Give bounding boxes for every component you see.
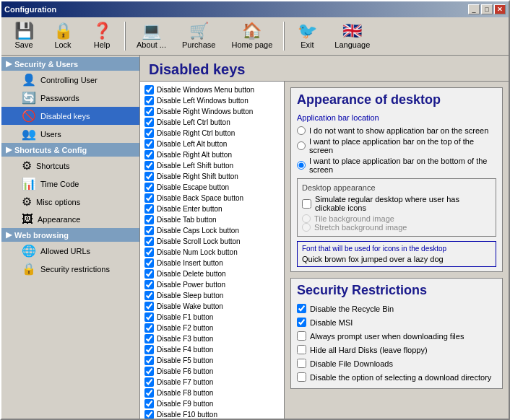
security-checkbox-4[interactable] xyxy=(297,359,306,368)
key-label-23: Disable F3 button xyxy=(157,335,213,343)
key-label-5: Disable Left Alt button xyxy=(157,140,227,148)
tile-radio[interactable] xyxy=(302,214,311,223)
key-checkbox-27[interactable] xyxy=(144,377,154,387)
section-label-shortcuts-config: Shortcuts & Config xyxy=(14,146,87,154)
sidebar-item-users[interactable]: 👥Users xyxy=(1,125,139,143)
toolbar-btn-help[interactable]: ❓Help xyxy=(84,20,120,52)
sidebar-item-disabled-keys[interactable]: 🚫Disabled keys xyxy=(1,107,139,125)
section-arrow-shortcuts-config: ▶ xyxy=(6,145,12,154)
key-checkbox-25[interactable] xyxy=(144,356,154,365)
key-item: Disable F4 button xyxy=(143,344,281,355)
section-header-shortcuts-config[interactable]: ▶Shortcuts & Config xyxy=(1,143,139,157)
security-checkbox-5[interactable] xyxy=(297,372,306,382)
key-checkbox-20[interactable] xyxy=(144,302,154,311)
key-checkbox-0[interactable] xyxy=(144,85,154,95)
close-button[interactable]: ✕ xyxy=(494,4,506,14)
simulate-item: Simulate regular desktop where user has … xyxy=(302,195,491,212)
toolbar-btn-about[interactable]: 💻About ... xyxy=(130,20,173,52)
sidebar-item-controlling-user[interactable]: 👤Controlling User xyxy=(1,71,139,89)
key-checkbox-28[interactable] xyxy=(144,388,154,398)
maximize-button[interactable]: □ xyxy=(481,4,493,14)
sidebar-item-time-code[interactable]: 📊Time Code xyxy=(1,175,139,193)
toolbar-btn-exit[interactable]: 🐦Exit xyxy=(289,20,325,52)
sidebar-item-allowed-urls[interactable]: 🌐Allowed URLs xyxy=(1,242,139,260)
section-header-web-browsing[interactable]: ▶Web browsing xyxy=(1,228,139,242)
key-label-16: Disable Insert button xyxy=(157,259,223,267)
key-label-2: Disable Right Windows button xyxy=(157,108,253,115)
key-checkbox-11[interactable] xyxy=(144,204,154,214)
key-item: Disable F9 button xyxy=(143,398,281,409)
key-checkbox-6[interactable] xyxy=(144,150,154,159)
right-panel: Appearance of desktop Application bar lo… xyxy=(285,82,509,419)
key-checkbox-1[interactable] xyxy=(144,96,154,105)
key-checkbox-30[interactable] xyxy=(144,410,154,419)
key-label-7: Disable Left Shift button xyxy=(157,162,233,170)
radio-bottom-bar[interactable] xyxy=(297,161,306,170)
toolbar-btn-lock[interactable]: 🔒Lock xyxy=(45,20,81,52)
key-checkbox-3[interactable] xyxy=(144,118,154,127)
key-checkbox-19[interactable] xyxy=(144,291,154,300)
security-checkbox-2[interactable] xyxy=(297,331,306,341)
section-header-security-users[interactable]: ▶Security & Users xyxy=(1,57,139,71)
toolbar-btn-save[interactable]: 💾Save xyxy=(6,20,42,52)
toolbar-btn-purchase[interactable]: 🛒Purchase xyxy=(176,20,222,52)
security-label-2: Always prompt user when downloading file… xyxy=(310,332,464,341)
key-checkbox-21[interactable] xyxy=(144,312,154,322)
key-checkbox-26[interactable] xyxy=(144,367,154,376)
simulate-checkbox[interactable] xyxy=(302,199,311,209)
toolbar-btn-language[interactable]: 🇬🇧Language xyxy=(328,20,376,52)
key-checkbox-16[interactable] xyxy=(144,258,154,268)
key-checkbox-23[interactable] xyxy=(144,334,154,344)
security-checkbox-1[interactable] xyxy=(297,318,306,327)
key-checkbox-8[interactable] xyxy=(144,172,154,181)
key-label-12: Disable Tab button xyxy=(157,216,217,224)
sidebar-item-shortcuts[interactable]: ⚙Shortcuts xyxy=(1,157,139,175)
key-item: Disable Right Alt button xyxy=(143,149,281,160)
key-checkbox-13[interactable] xyxy=(144,226,154,235)
purchase-icon: 🛒 xyxy=(189,23,209,39)
key-checkbox-9[interactable] xyxy=(144,183,154,192)
key-checkbox-4[interactable] xyxy=(144,128,154,138)
key-checkbox-22[interactable] xyxy=(144,323,154,333)
sidebar-item-security-restrictions[interactable]: 🔒Security restrictions xyxy=(1,260,139,278)
key-checkbox-29[interactable] xyxy=(144,399,154,408)
desktop-appearance-title: Desktop appearance xyxy=(302,183,491,192)
sidebar-item-appearance[interactable]: 🖼Appearance xyxy=(1,211,139,228)
passwords-icon: 🔄 xyxy=(22,91,36,105)
radio-top-bar[interactable] xyxy=(297,141,306,150)
about-icon: 💻 xyxy=(142,23,161,39)
radio-no-bar[interactable] xyxy=(297,126,306,135)
key-item: Disable Sleep button xyxy=(143,290,281,301)
key-checkbox-17[interactable] xyxy=(144,269,154,279)
homepage-label: Home page xyxy=(231,40,272,49)
security-checkbox-3[interactable] xyxy=(297,345,306,354)
key-item: Disable Left Shift button xyxy=(143,160,281,171)
key-checkbox-10[interactable] xyxy=(144,193,154,203)
key-item: Disable F7 button xyxy=(143,377,281,388)
security-item-0: Disable the Recycle Bin xyxy=(297,304,496,313)
window-title: Configuration xyxy=(4,5,56,14)
key-checkbox-18[interactable] xyxy=(144,280,154,289)
appearance-icon: 🖼 xyxy=(22,213,33,226)
key-checkbox-5[interactable] xyxy=(144,139,154,149)
key-checkbox-2[interactable] xyxy=(144,107,154,116)
key-checkbox-12[interactable] xyxy=(144,215,154,224)
sidebar-item-misc-options[interactable]: ⚙Misc options xyxy=(1,193,139,211)
security-checkbox-0[interactable] xyxy=(297,304,306,313)
minimize-button[interactable]: _ xyxy=(468,4,480,14)
title-bar: Configuration _ □ ✕ xyxy=(1,1,509,17)
key-label-15: Disable Num Lock button xyxy=(157,248,238,256)
key-checkbox-15[interactable] xyxy=(144,248,154,257)
key-label-11: Disable Enter button xyxy=(157,205,222,213)
key-label-28: Disable F8 button xyxy=(157,389,213,397)
controlling-user-label: Controlling User xyxy=(40,76,98,84)
stretch-radio[interactable] xyxy=(302,223,311,232)
key-checkbox-7[interactable] xyxy=(144,161,154,170)
sidebar-item-passwords[interactable]: 🔄Passwords xyxy=(1,89,139,107)
radio-label-top-bar: I want to place application bar on the t… xyxy=(309,137,496,154)
keys-list: Disable Windows Menu buttonDisable Left … xyxy=(140,82,285,419)
key-checkbox-14[interactable] xyxy=(144,237,154,246)
key-checkbox-24[interactable] xyxy=(144,345,154,354)
section-arrow-web-browsing: ▶ xyxy=(6,230,12,240)
toolbar-btn-homepage[interactable]: 🏠Home page xyxy=(225,20,279,52)
